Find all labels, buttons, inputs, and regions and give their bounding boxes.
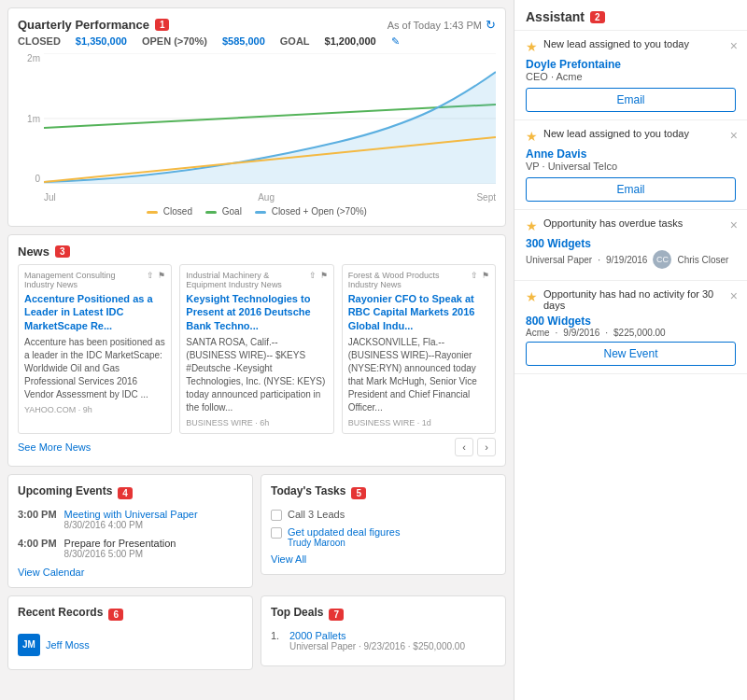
event-link[interactable]: Meeting with Universal Paper bbox=[64, 509, 198, 520]
assistant-badge: 2 bbox=[590, 11, 605, 23]
news-headline[interactable]: Rayonier CFO to Speak at RBC Capital Mar… bbox=[348, 292, 489, 332]
news-badge: 3 bbox=[55, 245, 70, 258]
email-button[interactable]: Email bbox=[526, 177, 736, 202]
star-icon: ★ bbox=[526, 39, 538, 54]
task-link[interactable]: Get updated deal figures bbox=[288, 526, 400, 538]
bottom-row-2: Recent Records 6 JM Jeff Moss Top Deals bbox=[7, 595, 506, 678]
x-jul: Jul bbox=[44, 192, 56, 203]
assistant-header: Assistant 2 bbox=[514, 0, 747, 31]
x-aug: Aug bbox=[258, 192, 275, 203]
close-icon[interactable]: × bbox=[730, 38, 738, 53]
news-item: Industrial Machinery & Equipment Industr… bbox=[179, 264, 333, 434]
left-panel: Quarterly Performance 1 As of Today 1:43… bbox=[0, 0, 514, 700]
next-arrow[interactable]: › bbox=[477, 438, 496, 456]
new-event-button[interactable]: New Event bbox=[526, 342, 736, 366]
closed-label: CLOSED bbox=[18, 35, 61, 48]
email-button[interactable]: Email bbox=[526, 88, 736, 112]
task-checkbox[interactable] bbox=[271, 510, 282, 521]
tasks-badge: 5 bbox=[351, 487, 366, 499]
top-deals-title: Top Deals bbox=[271, 606, 323, 619]
main-layout: Quarterly Performance 1 As of Today 1:43… bbox=[0, 0, 747, 700]
news-headline[interactable]: Accenture Positioned as a Leader in Late… bbox=[24, 292, 165, 332]
assist-card-title: Opportunity has overdue tasks bbox=[543, 217, 683, 229]
chart-xaxis: Jul Aug Sept bbox=[44, 192, 496, 203]
edit-goal-icon[interactable]: ✎ bbox=[391, 35, 400, 48]
view-calendar-link[interactable]: View Calendar bbox=[18, 567, 243, 578]
deal-name[interactable]: 2000 Pallets bbox=[289, 630, 465, 641]
event-name: Prepare for Presentation bbox=[64, 538, 176, 549]
open-value: $585,000 bbox=[222, 35, 265, 48]
y-label-1m: 1m bbox=[18, 114, 40, 124]
events-title: Upcoming Events bbox=[18, 484, 112, 497]
quarterly-title: Quarterly Performance bbox=[18, 18, 149, 32]
task-checkbox[interactable] bbox=[271, 527, 282, 539]
lead-name[interactable]: Doyle Prefontaine bbox=[526, 58, 736, 71]
event-item: 4:00 PM Prepare for Presentation 8/30/20… bbox=[18, 538, 243, 559]
news-card: News 3 Management Consulting Industry Ne… bbox=[7, 234, 506, 467]
assist-card-opp-2: × ★ Opportunity has had no activity for … bbox=[514, 281, 747, 374]
news-item: Forest & Wood Products Industry News ⇧ ⚑… bbox=[342, 264, 496, 434]
assistant-title: Assistant bbox=[526, 9, 585, 24]
event-time: 4:00 PM bbox=[18, 538, 57, 559]
assist-card-lead-1: × ★ New lead assigned to you today Doyle… bbox=[514, 31, 747, 120]
close-icon[interactable]: × bbox=[730, 288, 738, 303]
top-deals-card: Top Deals 7 1. 2000 Pallets Universal Pa… bbox=[261, 595, 506, 666]
lead-name[interactable]: Anne Davis bbox=[526, 147, 736, 161]
news-category: Management Consulting Industry News ⇧ ⚑ bbox=[24, 271, 165, 289]
tasks-card: Today's Tasks 5 Call 3 Leads Get updated… bbox=[261, 474, 506, 575]
opp-name[interactable]: 300 Widgets bbox=[526, 237, 736, 250]
top-deals-col: Top Deals 7 1. 2000 Pallets Universal Pa… bbox=[261, 595, 506, 678]
view-all-link[interactable]: View All bbox=[271, 553, 496, 565]
flag-icon[interactable]: ⚑ bbox=[158, 271, 165, 289]
news-category: Industrial Machinery & Equipment Industr… bbox=[186, 271, 327, 289]
task-assignee[interactable]: Trudy Maroon bbox=[288, 538, 400, 548]
tasks-title: Today's Tasks bbox=[271, 484, 345, 497]
as-of-text: As of Today 1:43 PM bbox=[388, 20, 482, 31]
star-icon: ★ bbox=[526, 129, 538, 144]
open-label: OPEN (>70%) bbox=[142, 35, 207, 48]
close-icon[interactable]: × bbox=[730, 128, 738, 143]
goal-value: $1,200,000 bbox=[325, 35, 376, 48]
section-badge-1: 1 bbox=[155, 19, 170, 31]
lead-role: CEO · Acme bbox=[526, 71, 736, 82]
opp-meta: Universal Paper · 9/19/2016 CC Chris Clo… bbox=[526, 250, 736, 269]
upcoming-events-col: Upcoming Events 4 3:00 PM Meeting with U… bbox=[7, 474, 253, 595]
news-item: Management Consulting Industry News ⇧ ⚑ … bbox=[18, 264, 172, 434]
lead-role: VP · Universal Telco bbox=[526, 161, 736, 172]
goal-label: GOAL bbox=[280, 35, 310, 48]
task-text: Call 3 Leads bbox=[288, 509, 345, 520]
deal-num: 1. bbox=[271, 630, 284, 651]
opp-name[interactable]: 800 Widgets bbox=[526, 315, 736, 328]
events-badge: 4 bbox=[118, 487, 133, 499]
flag-icon[interactable]: ⚑ bbox=[482, 271, 489, 289]
assist-card-lead-2: × ★ New lead assigned to you today Anne … bbox=[514, 120, 747, 210]
news-headline[interactable]: Keysight Technologies to Present at 2016… bbox=[186, 292, 327, 332]
share-icon[interactable]: ⇧ bbox=[309, 271, 317, 289]
y-label-0: 0 bbox=[18, 174, 40, 184]
close-icon[interactable]: × bbox=[730, 217, 738, 232]
prev-arrow[interactable]: ‹ bbox=[455, 438, 473, 456]
news-source: BUSINESS WIRE · 6h bbox=[186, 418, 327, 427]
event-item: 3:00 PM Meeting with Universal Paper 8/3… bbox=[18, 509, 243, 530]
assist-card-title: Opportunity has had no activity for 30 d… bbox=[543, 288, 736, 311]
qp-meta: As of Today 1:43 PM ↻ bbox=[388, 18, 496, 32]
news-source: YAHOO.COM · 9h bbox=[24, 405, 165, 414]
share-icon[interactable]: ⇧ bbox=[471, 271, 478, 289]
record-name[interactable]: Jeff Moss bbox=[46, 639, 90, 651]
share-icon[interactable]: ⇧ bbox=[147, 271, 154, 289]
legend-closed: Closed bbox=[147, 206, 192, 217]
flag-icon[interactable]: ⚑ bbox=[320, 271, 328, 289]
quarterly-chart: 2m 1m 0 bbox=[18, 53, 496, 203]
chart-svg-area bbox=[44, 53, 496, 184]
task-item: Call 3 Leads bbox=[271, 509, 496, 521]
closed-value: $1,350,000 bbox=[76, 35, 127, 48]
task-item: Get updated deal figures Trudy Maroon bbox=[271, 526, 496, 548]
tasks-col: Today's Tasks 5 Call 3 Leads Get updated… bbox=[261, 474, 506, 595]
bottom-row: Upcoming Events 4 3:00 PM Meeting with U… bbox=[7, 474, 506, 595]
news-body: JACKSONVILLE, Fla.--(BUSINESS WIRE)--Ray… bbox=[348, 336, 489, 414]
opp-meta: Acme · 9/9/2016 · $225,000.00 bbox=[526, 328, 736, 338]
recent-records-card: Recent Records 6 JM Jeff Moss bbox=[7, 595, 253, 670]
refresh-icon[interactable]: ↻ bbox=[486, 18, 496, 32]
see-more-news[interactable]: See More News bbox=[18, 441, 91, 453]
news-title: News bbox=[18, 245, 49, 259]
